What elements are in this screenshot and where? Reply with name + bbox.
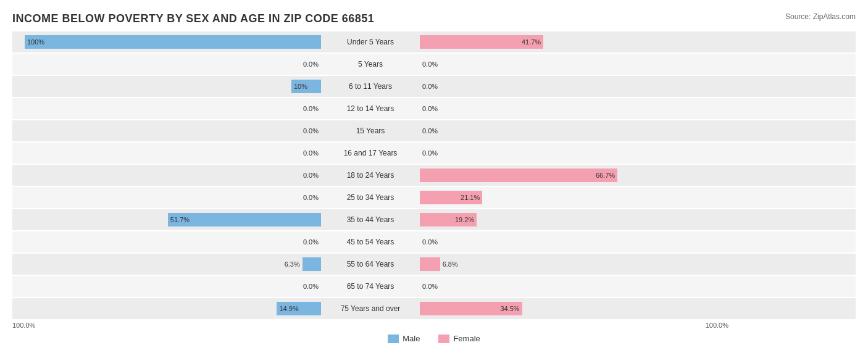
- male-value: 51.7%: [170, 216, 190, 223]
- age-label: Under 5 Years: [321, 38, 420, 46]
- legend-female: Female: [438, 334, 480, 343]
- bottom-labels: 100.0% 100.0%: [12, 322, 856, 329]
- male-bar: 14.9%: [277, 302, 321, 315]
- female-value-zero: 0.0%: [422, 127, 438, 135]
- age-label: 25 to 34 Years: [321, 193, 420, 202]
- age-label: 5 Years: [321, 60, 420, 69]
- female-value-zero: 0.0%: [422, 238, 438, 246]
- female-bar: 19.2%: [420, 213, 477, 227]
- male-value-zero: 0.0%: [303, 194, 319, 201]
- left-side: 0.0%: [12, 187, 321, 208]
- age-label: 55 to 64 Years: [321, 260, 420, 268]
- bar-row: 0.0%65 to 74 Years0.0%: [12, 276, 856, 297]
- age-label: 12 to 14 Years: [321, 104, 420, 113]
- legend-female-label: Female: [453, 334, 480, 343]
- male-color-box: [388, 335, 399, 343]
- left-side: 0.0%: [12, 231, 321, 252]
- source-text: Source: ZipAtlas.com: [785, 12, 856, 21]
- left-side: 14.9%: [12, 298, 321, 319]
- right-side: 41.7%: [420, 31, 728, 52]
- male-value: 100%: [27, 38, 44, 46]
- bar-row: 0.0%25 to 34 Years21.1%: [12, 187, 856, 208]
- female-value-zero: 0.0%: [422, 283, 438, 290]
- right-side: 34.5%: [420, 298, 728, 319]
- female-value: 41.7%: [522, 38, 541, 46]
- bottom-label-right: 100.0%: [420, 322, 728, 329]
- female-value-zero: 0.0%: [422, 60, 438, 68]
- age-label: 45 to 54 Years: [321, 238, 420, 246]
- bar-row: 0.0%12 to 14 Years0.0%: [12, 98, 856, 119]
- chart-title: INCOME BELOW POVERTY BY SEX AND AGE IN Z…: [12, 12, 856, 25]
- right-side: 6.8%: [420, 254, 728, 275]
- bar-row: 0.0%18 to 24 Years66.7%: [12, 165, 856, 186]
- female-value: 66.7%: [596, 172, 615, 179]
- right-side: 21.1%: [420, 187, 728, 208]
- male-value-zero: 0.0%: [303, 127, 319, 135]
- legend-male-label: Male: [403, 334, 420, 343]
- male-bar: [303, 257, 321, 271]
- bar-row: 0.0%16 and 17 Years0.0%: [12, 143, 856, 164]
- left-side: 10%: [12, 76, 321, 97]
- chart-container: INCOME BELOW POVERTY BY SEX AND AGE IN Z…: [0, 0, 868, 345]
- age-label: 65 to 74 Years: [321, 282, 420, 291]
- bottom-label-left: 100.0%: [12, 322, 321, 329]
- legend-male: Male: [388, 334, 420, 343]
- female-bar: [420, 257, 440, 271]
- left-side: 0.0%: [12, 98, 321, 119]
- female-bar: 41.7%: [420, 35, 543, 49]
- bar-row: 51.7%35 to 44 Years19.2%: [12, 209, 856, 230]
- male-value-zero: 0.0%: [303, 105, 319, 112]
- legend: Male Female: [12, 334, 856, 343]
- female-value-zero: 0.0%: [422, 83, 438, 90]
- male-value-zero: 0.0%: [303, 172, 319, 179]
- bar-row: 10%6 to 11 Years0.0%: [12, 76, 856, 97]
- right-side: 0.0%: [420, 54, 728, 75]
- bar-row: 0.0%45 to 54 Years0.0%: [12, 231, 856, 252]
- chart-area: 100%Under 5 Years41.7%0.0%5 Years0.0%10%…: [12, 31, 856, 319]
- female-value: 34.5%: [500, 305, 519, 312]
- left-side: 0.0%: [12, 276, 321, 297]
- bar-row: 0.0%5 Years0.0%: [12, 54, 856, 75]
- female-bar: 21.1%: [420, 191, 482, 204]
- male-bar: 10%: [291, 80, 321, 93]
- bar-row: 6.3%55 to 64 Years6.8%: [12, 254, 856, 275]
- right-side: 0.0%: [420, 98, 728, 119]
- male-value: 14.9%: [279, 305, 298, 312]
- left-side: 0.0%: [12, 143, 321, 164]
- bar-row: 100%Under 5 Years41.7%: [12, 31, 856, 52]
- female-value-zero: 0.0%: [422, 149, 438, 157]
- female-bar: 66.7%: [420, 168, 617, 182]
- right-side: 0.0%: [420, 76, 728, 97]
- right-side: 66.7%: [420, 165, 728, 186]
- right-side: 0.0%: [420, 120, 728, 141]
- female-color-box: [438, 335, 449, 343]
- right-side: 0.0%: [420, 143, 728, 164]
- male-value-zero: 0.0%: [303, 238, 319, 246]
- male-value-zero: 0.0%: [303, 149, 319, 157]
- left-side: 0.0%: [12, 120, 321, 141]
- right-side: 0.0%: [420, 276, 728, 297]
- female-value: 19.2%: [455, 216, 474, 223]
- bar-row: 0.0%15 Years0.0%: [12, 120, 856, 141]
- female-value-zero: 0.0%: [422, 105, 438, 112]
- left-side: 6.3%: [12, 254, 321, 275]
- age-label: 6 to 11 Years: [321, 82, 420, 91]
- right-side: 0.0%: [420, 231, 728, 252]
- bar-row: 14.9%75 Years and over34.5%: [12, 298, 856, 319]
- male-bar: 51.7%: [168, 213, 321, 227]
- male-value-zero: 0.0%: [303, 60, 319, 68]
- right-side: 19.2%: [420, 209, 728, 230]
- female-value: 21.1%: [461, 194, 480, 201]
- age-label: 35 to 44 Years: [321, 215, 420, 224]
- age-label: 15 Years: [321, 127, 420, 135]
- left-side: 100%: [12, 31, 321, 52]
- male-bar: 100%: [25, 35, 321, 49]
- female-value: 6.8%: [443, 260, 458, 268]
- left-side: 0.0%: [12, 54, 321, 75]
- age-label: 75 Years and over: [321, 304, 420, 313]
- age-label: 16 and 17 Years: [321, 149, 420, 157]
- male-value: 6.3%: [285, 260, 300, 268]
- left-side: 51.7%: [12, 209, 321, 230]
- age-label: 18 to 24 Years: [321, 171, 420, 180]
- female-bar: 34.5%: [420, 302, 522, 315]
